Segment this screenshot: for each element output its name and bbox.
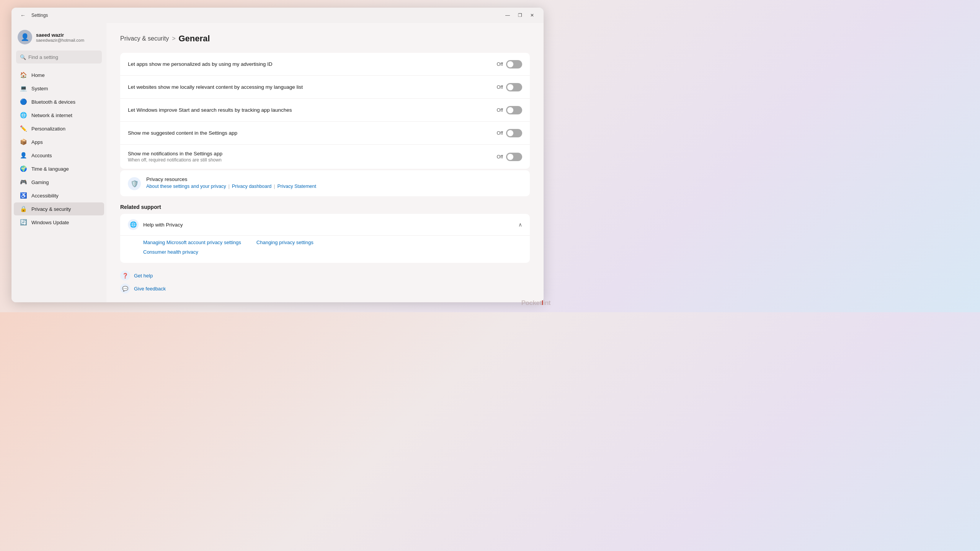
support-link-consumer[interactable]: Consumer health privacy bbox=[143, 249, 198, 255]
sidebar-item-personalization[interactable]: ✏️ Personalization bbox=[14, 122, 104, 135]
sidebar-label-personalization: Personalization bbox=[31, 126, 65, 132]
restore-button[interactable]: ❐ bbox=[514, 10, 525, 21]
settings-row-label-1: Let websites show me locally relevant co… bbox=[128, 84, 303, 90]
apps-icon: 📦 bbox=[20, 139, 27, 145]
support-header-left: 🌐 Help with Privacy bbox=[128, 219, 183, 230]
toggle-area-1: Off bbox=[497, 83, 522, 91]
sidebar-label-time: Time & language bbox=[31, 166, 69, 172]
support-icon: 🌐 bbox=[128, 219, 139, 230]
settings-row-text-0: Let apps show me personalized ads by usi… bbox=[128, 61, 272, 67]
privacy-icon: 🔒 bbox=[20, 205, 27, 212]
sidebar-label-accounts: Accounts bbox=[31, 153, 52, 158]
user-profile[interactable]: 👤 saeed wazir saeedwazir@hotmail.com bbox=[11, 26, 106, 51]
breadcrumb-parent[interactable]: Privacy & security bbox=[120, 35, 169, 42]
settings-row-text-2: Let Windows improve Start and search res… bbox=[128, 107, 292, 113]
nav-list: 🏠 Home 💻 System 🔵 Bluetooth & devices 🌐 … bbox=[11, 68, 106, 229]
pr-link-0[interactable]: About these settings and your privacy bbox=[146, 184, 226, 189]
accounts-icon: 👤 bbox=[20, 152, 27, 159]
footer-actions: ❓ Get help 💬 Give feedback bbox=[120, 271, 530, 293]
toggle-4[interactable] bbox=[506, 153, 522, 161]
sidebar-item-privacy[interactable]: 🔒 Privacy & security bbox=[14, 202, 104, 215]
network-icon: 🌐 bbox=[20, 112, 27, 119]
close-button[interactable]: ✕ bbox=[527, 10, 537, 21]
back-button[interactable]: ← bbox=[18, 10, 28, 21]
support-link-changing[interactable]: Changing privacy settings bbox=[256, 240, 314, 245]
user-name: saeed wazir bbox=[36, 32, 84, 38]
settings-row-text-4: Show me notifications in the Settings ap… bbox=[128, 151, 222, 163]
sidebar-item-accessibility[interactable]: ♿ Accessibility bbox=[14, 189, 104, 202]
get-help-icon: ❓ bbox=[120, 271, 130, 280]
sidebar-item-accounts[interactable]: 👤 Accounts bbox=[14, 149, 104, 162]
toggle-label-3: Off bbox=[497, 130, 503, 136]
privacy-resources-title: Privacy resources bbox=[146, 176, 316, 182]
toggle-area-0: Off bbox=[497, 60, 522, 68]
search-input[interactable] bbox=[28, 54, 98, 60]
user-email: saeedwazir@hotmail.com bbox=[36, 38, 84, 42]
settings-row-2: Let Windows improve Start and search res… bbox=[120, 99, 530, 122]
privacy-resources-icon: 🛡️ bbox=[128, 177, 141, 190]
accessibility-icon: ♿ bbox=[20, 192, 27, 199]
support-body: Managing Microsoft account privacy setti… bbox=[120, 235, 530, 263]
sidebar-label-gaming: Gaming bbox=[31, 179, 49, 185]
sidebar-item-network[interactable]: 🌐 Network & internet bbox=[14, 109, 104, 122]
sidebar-item-windows_update[interactable]: 🔄 Windows Update bbox=[14, 216, 104, 229]
settings-card: Let apps show me personalized ads by usi… bbox=[120, 53, 530, 169]
toggle-area-4: Off bbox=[497, 153, 522, 161]
sidebar-label-privacy: Privacy & security bbox=[31, 206, 71, 212]
settings-row-1: Let websites show me locally relevant co… bbox=[120, 76, 530, 99]
toggle-1[interactable] bbox=[506, 83, 522, 91]
sidebar-item-apps[interactable]: 📦 Apps bbox=[14, 135, 104, 148]
settings-row-text-3: Show me suggested content in the Setting… bbox=[128, 130, 237, 136]
settings-row-label-2: Let Windows improve Start and search res… bbox=[128, 107, 292, 113]
privacy-resources-content: Privacy resources About these settings a… bbox=[146, 176, 316, 189]
support-card: 🌐 Help with Privacy ∧ Managing Microsoft… bbox=[120, 214, 530, 263]
breadcrumb-current: General bbox=[178, 34, 210, 44]
toggle-2[interactable] bbox=[506, 106, 522, 114]
main-content: Privacy & security > General Let apps sh… bbox=[106, 23, 544, 302]
sidebar-item-time[interactable]: 🌍 Time & language bbox=[14, 162, 104, 175]
related-support-title: Related support bbox=[120, 204, 530, 210]
window-title: Settings bbox=[31, 13, 48, 18]
support-links-row-2: Consumer health privacy bbox=[143, 248, 522, 255]
gaming-icon: 🎮 bbox=[20, 179, 27, 186]
toggle-label-0: Off bbox=[497, 62, 503, 67]
search-box[interactable]: 🔍 bbox=[16, 51, 102, 64]
sidebar-label-windows_update: Windows Update bbox=[31, 220, 69, 225]
content-area: 👤 saeed wazir saeedwazir@hotmail.com 🔍 🏠… bbox=[11, 23, 544, 302]
pr-link-2[interactable]: Privacy Statement bbox=[278, 184, 316, 189]
support-links-row-1: Managing Microsoft account privacy setti… bbox=[143, 240, 522, 245]
sidebar-item-gaming[interactable]: 🎮 Gaming bbox=[14, 176, 104, 189]
bluetooth-icon: 🔵 bbox=[20, 98, 27, 105]
give-feedback-link[interactable]: 💬 Give feedback bbox=[120, 284, 530, 293]
chevron-up-icon: ∧ bbox=[518, 222, 522, 228]
sidebar-item-bluetooth[interactable]: 🔵 Bluetooth & devices bbox=[14, 95, 104, 108]
toggle-thumb-0 bbox=[507, 61, 513, 67]
privacy-resources-row: 🛡️ Privacy resources About these setting… bbox=[120, 170, 530, 196]
support-header[interactable]: 🌐 Help with Privacy ∧ bbox=[120, 214, 530, 235]
toggle-label-2: Off bbox=[497, 108, 503, 113]
titlebar-left: ← Settings bbox=[18, 10, 48, 21]
home-icon: 🏠 bbox=[20, 72, 27, 78]
settings-row-3: Show me suggested content in the Setting… bbox=[120, 122, 530, 145]
time-icon: 🌍 bbox=[20, 165, 27, 172]
get-help-link[interactable]: ❓ Get help bbox=[120, 271, 530, 280]
toggle-thumb-2 bbox=[507, 107, 513, 113]
sidebar-item-system[interactable]: 💻 System bbox=[14, 82, 104, 95]
titlebar: ← Settings — ❐ ✕ bbox=[11, 8, 544, 23]
toggle-0[interactable] bbox=[506, 60, 522, 68]
sidebar-item-home[interactable]: 🏠 Home bbox=[14, 68, 104, 82]
sidebar-label-apps: Apps bbox=[31, 139, 43, 145]
sidebar-label-bluetooth: Bluetooth & devices bbox=[31, 99, 75, 105]
avatar: 👤 bbox=[18, 30, 32, 44]
toggle-3[interactable] bbox=[506, 129, 522, 137]
pr-link-1[interactable]: Privacy dashboard bbox=[232, 184, 272, 189]
watermark: Pocketlint bbox=[521, 299, 550, 307]
toggle-thumb-4 bbox=[507, 154, 513, 160]
minimize-button[interactable]: — bbox=[502, 10, 513, 21]
settings-row-label-3: Show me suggested content in the Setting… bbox=[128, 130, 237, 136]
user-info: saeed wazir saeedwazir@hotmail.com bbox=[36, 32, 84, 42]
settings-row-0: Let apps show me personalized ads by usi… bbox=[120, 53, 530, 76]
settings-window: ← Settings — ❐ ✕ 👤 saeed wazir saeedwazi… bbox=[11, 8, 544, 302]
windows_update-icon: 🔄 bbox=[20, 219, 27, 226]
support-link-managing[interactable]: Managing Microsoft account privacy setti… bbox=[143, 240, 241, 245]
